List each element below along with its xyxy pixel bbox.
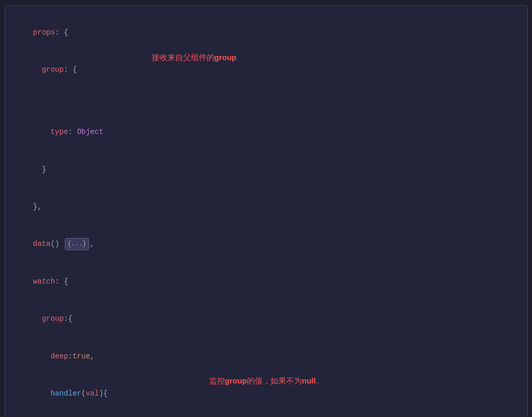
code-line-4: } [16, 151, 517, 188]
code-line-8: group:{ [16, 300, 517, 337]
code-line-6: data() {...}, [16, 226, 517, 263]
code-line-7: watch: { [16, 263, 517, 300]
token-object: Object [77, 128, 103, 136]
token-val: val [86, 389, 99, 398]
code-line-1: props: { [16, 14, 517, 51]
collapsed-badge: {...} [65, 238, 89, 250]
token-group: group [42, 65, 64, 74]
code-line-9: deep:true, [16, 338, 517, 375]
annotation-group: 接收来自父组件的group [152, 51, 237, 64]
code-line-3: type: Object [16, 114, 517, 151]
annotation-watch-line1: 监控group的值，如果不为null。 [209, 374, 324, 388]
token-type: type [51, 128, 69, 136]
token-watch-group: group [42, 314, 64, 323]
token-deep: deep [51, 352, 69, 360]
token-true: true [73, 352, 90, 360]
code-line-2: group: { 接收来自父组件的group [16, 51, 517, 114]
token-handler: handler [51, 389, 82, 398]
code-editor: props: { group: { 接收来自父组件的group type: Ob… [5, 5, 528, 417]
code-line-10: handler(val){ 监控group的值，如果不为null。 [16, 375, 517, 417]
token-watch: watch [33, 277, 55, 286]
token-data: data [33, 240, 51, 248]
token-props: props [33, 28, 55, 37]
code-line-5: }, [16, 188, 517, 226]
